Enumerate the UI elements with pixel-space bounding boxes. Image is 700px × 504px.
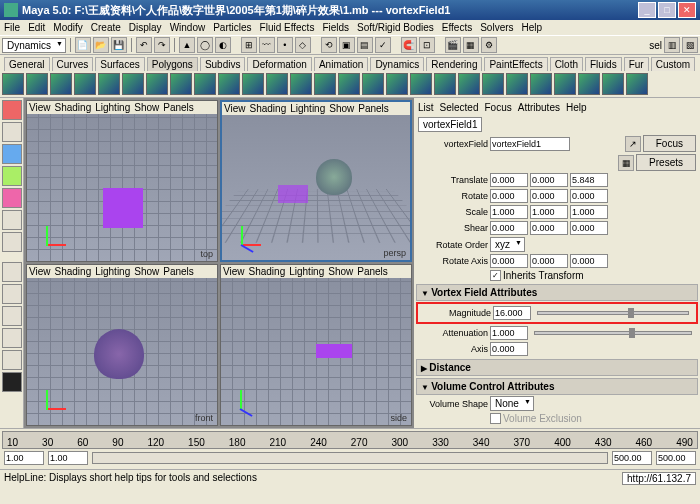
maximize-button[interactable]: □ bbox=[658, 2, 676, 18]
attenuation-input[interactable] bbox=[490, 326, 528, 340]
menu-fluid-effects[interactable]: Fluid Effects bbox=[260, 22, 315, 33]
shelf-poly-subdivide-icon[interactable] bbox=[362, 73, 384, 95]
object-apple[interactable] bbox=[94, 329, 144, 379]
vp-menu-show[interactable]: Show bbox=[329, 103, 354, 114]
shelf-poly-booleans-icon[interactable] bbox=[218, 73, 240, 95]
vp-menu-shading[interactable]: Shading bbox=[55, 102, 92, 113]
vp-menu-lighting[interactable]: Lighting bbox=[95, 102, 130, 113]
shelf-poly-sphere-icon[interactable] bbox=[2, 73, 24, 95]
tool-undo-icon[interactable]: ↶ bbox=[136, 37, 152, 53]
anim-end-input[interactable] bbox=[656, 451, 696, 465]
attr-presets-icon[interactable]: ▦ bbox=[618, 155, 634, 171]
minimize-button[interactable]: _ bbox=[638, 2, 656, 18]
shelf-tab-rendering[interactable]: Rendering bbox=[426, 57, 482, 71]
shelf-poly-quad-icon[interactable] bbox=[410, 73, 432, 95]
shelf-poly-triangulate-icon[interactable] bbox=[386, 73, 408, 95]
shelf-poly-combine-icon[interactable] bbox=[170, 73, 192, 95]
translate-x-input[interactable] bbox=[490, 173, 528, 187]
rotate-x-input[interactable] bbox=[490, 189, 528, 203]
presets-button[interactable]: Presets bbox=[636, 154, 696, 171]
shelf-tab-fur[interactable]: Fur bbox=[624, 57, 649, 71]
viewport-persp[interactable]: View Shading Lighting Show Panels persp bbox=[220, 100, 412, 262]
shear-x-input[interactable] bbox=[490, 221, 528, 235]
inherits-checkbox[interactable]: ✓ bbox=[490, 270, 501, 281]
range-start-input[interactable] bbox=[48, 451, 88, 465]
shelf-poly-torus-icon[interactable] bbox=[122, 73, 144, 95]
viewport-side[interactable]: View Shading Lighting Show Panels side bbox=[220, 264, 412, 426]
shelf-poly-create-icon[interactable] bbox=[146, 73, 168, 95]
scale-z-input[interactable] bbox=[570, 205, 608, 219]
vp-menu-shading[interactable]: Shading bbox=[250, 103, 287, 114]
tool-snap-plane-icon[interactable]: ◇ bbox=[295, 37, 311, 53]
menu-file[interactable]: File bbox=[4, 22, 20, 33]
object-particles[interactable] bbox=[316, 344, 352, 358]
tool-move-icon[interactable] bbox=[2, 144, 22, 164]
vp-menu-shading[interactable]: Shading bbox=[55, 266, 92, 277]
tool-last-icon[interactable] bbox=[2, 232, 22, 252]
vp-menu-show[interactable]: Show bbox=[134, 266, 159, 277]
rotate-axis-z-input[interactable] bbox=[570, 254, 608, 268]
scale-x-input[interactable] bbox=[490, 205, 528, 219]
attr-menu-selected[interactable]: Selected bbox=[440, 102, 479, 113]
tool-snap-point-icon[interactable]: • bbox=[277, 37, 293, 53]
shelf-poly-soften-icon[interactable] bbox=[458, 73, 480, 95]
shelf-poly-uv-icon[interactable] bbox=[506, 73, 528, 95]
shelf-poly-cylinder-icon[interactable] bbox=[50, 73, 72, 95]
axis-x-input[interactable] bbox=[490, 342, 528, 356]
shelf-poly-sculpt-icon[interactable] bbox=[602, 73, 624, 95]
shelf-tab-painteffects[interactable]: PaintEffects bbox=[484, 57, 547, 71]
menu-fields[interactable]: Fields bbox=[322, 22, 349, 33]
tool-scale-icon[interactable] bbox=[2, 188, 22, 208]
shelf-tab-subdivs[interactable]: Subdivs bbox=[200, 57, 246, 71]
section-vortex[interactable]: Vortex Field Attributes bbox=[416, 284, 698, 301]
vp-menu-lighting[interactable]: Lighting bbox=[290, 103, 325, 114]
menu-particles[interactable]: Particles bbox=[213, 22, 251, 33]
shear-y-input[interactable] bbox=[530, 221, 568, 235]
shelf-poly-avg-icon[interactable] bbox=[626, 73, 648, 95]
tool-open-icon[interactable]: 📂 bbox=[93, 37, 109, 53]
layout-graph-icon[interactable] bbox=[2, 328, 22, 348]
object-particles[interactable] bbox=[278, 185, 308, 203]
shelf-tab-general[interactable]: General bbox=[4, 57, 50, 71]
shelf-poly-extract-icon[interactable] bbox=[194, 73, 216, 95]
shelf-poly-normals-icon[interactable] bbox=[434, 73, 456, 95]
tool-save-icon[interactable]: 💾 bbox=[111, 37, 127, 53]
rotate-axis-x-input[interactable] bbox=[490, 254, 528, 268]
vp-menu-view[interactable]: View bbox=[223, 266, 245, 277]
tool-render-icon[interactable]: 🎬 bbox=[445, 37, 461, 53]
range-slider[interactable] bbox=[92, 452, 608, 464]
close-button[interactable]: ✕ bbox=[678, 2, 696, 18]
layout-script-icon[interactable] bbox=[2, 372, 22, 392]
menu-help[interactable]: Help bbox=[522, 22, 543, 33]
layout-four-icon[interactable] bbox=[2, 284, 22, 304]
attr-name-input[interactable] bbox=[490, 137, 570, 151]
tool-lasso-select-icon[interactable] bbox=[2, 122, 22, 142]
tool-rotate-icon[interactable] bbox=[2, 166, 22, 186]
menu-create[interactable]: Create bbox=[91, 22, 121, 33]
layout-persp-outliner-icon[interactable] bbox=[2, 306, 22, 326]
magnitude-input[interactable] bbox=[493, 306, 531, 320]
menu-solvers[interactable]: Solvers bbox=[480, 22, 513, 33]
object-particles[interactable] bbox=[103, 188, 143, 228]
vp-menu-panels[interactable]: Panels bbox=[358, 103, 389, 114]
shelf-poly-split-icon[interactable] bbox=[314, 73, 336, 95]
shelf-poly-extrude-icon[interactable] bbox=[266, 73, 288, 95]
rotate-y-input[interactable] bbox=[530, 189, 568, 203]
shelf-poly-cone-icon[interactable] bbox=[74, 73, 96, 95]
shelf-poly-smooth-icon[interactable] bbox=[242, 73, 264, 95]
translate-z-input[interactable] bbox=[570, 173, 608, 187]
tool-redo-icon[interactable]: ↷ bbox=[154, 37, 170, 53]
menu-effects[interactable]: Effects bbox=[442, 22, 472, 33]
attr-tab-vortexfield[interactable]: vortexField1 bbox=[418, 117, 482, 132]
tool-snap-curve-icon[interactable]: 〰 bbox=[259, 37, 275, 53]
magnitude-slider[interactable] bbox=[537, 311, 689, 315]
tool-select-icon[interactable]: ▲ bbox=[179, 37, 195, 53]
shelf-tab-dynamics[interactable]: Dynamics bbox=[370, 57, 424, 71]
menu-edit[interactable]: Edit bbox=[28, 22, 45, 33]
vp-menu-view[interactable]: View bbox=[29, 102, 51, 113]
rotate-axis-y-input[interactable] bbox=[530, 254, 568, 268]
time-slider[interactable]: 10 30 60 90 120 150 180 210 240 270 300 … bbox=[2, 431, 698, 449]
shelf-poly-harden-icon[interactable] bbox=[482, 73, 504, 95]
tool-channel-icon[interactable]: ▧ bbox=[682, 37, 698, 53]
shelf-poly-mirror-icon[interactable] bbox=[578, 73, 600, 95]
